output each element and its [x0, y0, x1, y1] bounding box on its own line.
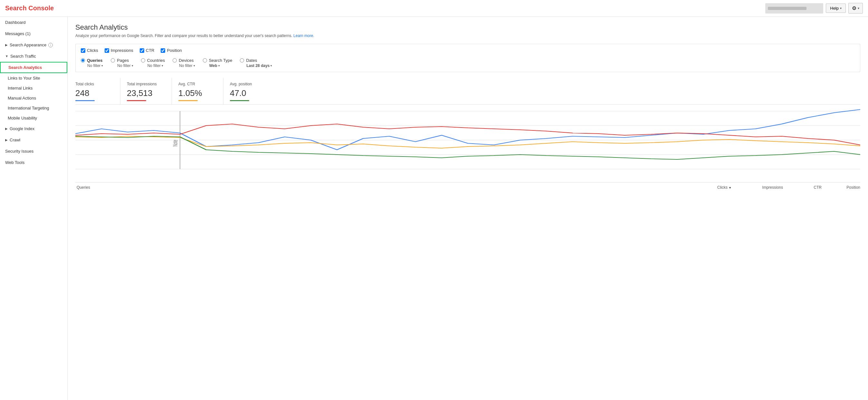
search-type-arrow: ▾ [218, 64, 220, 67]
help-label: Help [830, 6, 839, 11]
countries-filter-arrow: ▾ [162, 64, 163, 67]
settings-button[interactable]: ⚙ ▾ [848, 3, 863, 13]
avg-position-value: 47.0 [230, 88, 269, 98]
sidebar-section-google-index[interactable]: ▶ Google Index [0, 123, 67, 134]
dates-filter[interactable]: Last 28 days ▾ [240, 63, 272, 68]
radio-dates[interactable]: Dates [240, 58, 257, 63]
table-header-row: Queries Clicks ▼ Impressions CTR Positio… [75, 182, 860, 191]
radio-group-devices: Devices No filter ▾ [173, 58, 195, 68]
avg-position-underline [230, 100, 249, 101]
crawl-label: Crawl [10, 137, 20, 142]
clicks-checkbox[interactable] [81, 48, 85, 53]
sidebar-item-dashboard[interactable]: Dashboard [0, 17, 67, 28]
ctr-checkbox[interactable] [140, 48, 144, 53]
account-placeholder-bar [768, 7, 807, 10]
google-index-label: Google Index [10, 126, 34, 131]
sidebar-item-manual-actions[interactable]: Manual Actions [0, 93, 67, 103]
account-selector[interactable] [765, 3, 823, 13]
sidebar-item-links-to-site[interactable]: Links to Your Site [0, 73, 67, 83]
devices-filter[interactable]: No filter ▾ [173, 63, 195, 68]
radio-group-dates: Dates Last 28 days ▾ [240, 58, 272, 68]
sidebar-section-search-traffic[interactable]: ▼ Search Traffic [0, 51, 67, 62]
search-appearance-info-icon[interactable]: i [48, 43, 53, 47]
layout: Dashboard Messages (1) ▶ Search Appearan… [0, 17, 868, 400]
pages-radio-label: Pages [117, 58, 129, 63]
sidebar-item-internal-links[interactable]: Internal Links [0, 83, 67, 93]
sidebar-dashboard-label: Dashboard [5, 20, 26, 25]
sidebar-item-security-issues[interactable]: Security Issues [0, 146, 67, 157]
search-type-filter[interactable]: Web ▾ [203, 63, 220, 68]
devices-radio[interactable] [173, 58, 177, 62]
search-type-value: Web [209, 63, 217, 68]
total-impressions-value: 23,513 [127, 88, 165, 98]
table-header-position-label: Position [846, 185, 860, 190]
help-button[interactable]: Help ▾ [826, 4, 846, 13]
pages-filter[interactable]: No filter ▾ [111, 63, 133, 68]
stat-avg-ctr: Avg. CTR 1.05% [178, 78, 223, 104]
sidebar-messages-label: Messages (1) [5, 31, 31, 36]
pages-radio[interactable] [111, 58, 115, 62]
radio-queries[interactable]: Queries [81, 58, 102, 63]
avg-ctr-label: Avg. CTR [178, 82, 217, 86]
queries-radio[interactable] [81, 58, 85, 62]
stat-total-impressions: Total impressions 23,513 [127, 78, 172, 104]
total-clicks-underline [75, 100, 95, 101]
chart-area: Note [75, 108, 860, 180]
devices-radio-label: Devices [179, 58, 193, 63]
search-type-radio-label: Search Type [209, 58, 232, 63]
page-subtitle: Analyze your performance on Google Searc… [75, 33, 860, 38]
radio-pages[interactable]: Pages [111, 58, 129, 63]
radio-countries[interactable]: Countries [141, 58, 165, 63]
stat-total-clicks: Total clicks 248 [75, 78, 120, 104]
table-header-ctr-label: CTR [814, 185, 822, 190]
checkbox-clicks[interactable]: Clicks [81, 48, 98, 53]
position-checkbox[interactable] [161, 48, 165, 53]
topbar: Search Console Help ▾ ⚙ ▾ [0, 0, 868, 17]
radio-devices[interactable]: Devices [173, 58, 193, 63]
clicks-checkbox-label: Clicks [87, 48, 98, 53]
dates-radio[interactable] [240, 58, 244, 62]
sidebar-item-search-analytics[interactable]: Search Analytics [0, 62, 67, 73]
radio-group-search-type: Search Type Web ▾ [203, 58, 232, 68]
main-content: Search Analytics Analyze your performanc… [68, 17, 868, 400]
table-col-queries[interactable]: Queries [75, 185, 680, 190]
sidebar-section-crawl[interactable]: ▶ Crawl [0, 134, 67, 146]
impressions-checkbox[interactable] [105, 48, 109, 53]
table-col-clicks[interactable]: Clicks ▼ [680, 185, 732, 190]
gear-icon: ⚙ [852, 5, 857, 11]
search-traffic-label: Search Traffic [10, 54, 36, 59]
countries-radio[interactable] [141, 58, 145, 62]
pages-filter-arrow: ▾ [132, 64, 133, 67]
app-logo: Search Console [5, 4, 54, 12]
position-checkbox-label: Position [167, 48, 182, 53]
sidebar-item-mobile-usability[interactable]: Mobile Usability [0, 113, 67, 123]
filter-bar: Clicks Impressions CTR Position [75, 44, 860, 72]
total-clicks-value: 248 [75, 88, 114, 98]
sidebar-item-web-tools[interactable]: Web Tools [0, 157, 67, 168]
table-header-clicks-label: Clicks [717, 185, 727, 190]
help-chevron-icon: ▾ [840, 6, 842, 10]
sidebar-item-international-targeting[interactable]: International Targeting [0, 103, 67, 113]
table-col-ctr[interactable]: CTR [783, 185, 822, 190]
countries-filter[interactable]: No filter ▾ [141, 63, 163, 68]
table-col-impressions[interactable]: Impressions [732, 185, 783, 190]
svg-text:Note: Note [172, 140, 179, 147]
checkbox-impressions[interactable]: Impressions [105, 48, 133, 53]
avg-ctr-underline [178, 100, 198, 101]
search-appearance-arrow-icon: ▶ [5, 43, 8, 47]
sidebar-item-messages[interactable]: Messages (1) [0, 28, 67, 39]
dates-value: Last 28 days [246, 63, 270, 68]
learn-more-link[interactable]: Learn more. [293, 33, 314, 38]
checkbox-ctr[interactable]: CTR [140, 48, 155, 53]
search-type-radio[interactable] [203, 58, 207, 62]
radio-search-type[interactable]: Search Type [203, 58, 232, 63]
table-col-position[interactable]: Position [822, 185, 860, 190]
checkbox-position[interactable]: Position [161, 48, 182, 53]
devices-filter-arrow: ▾ [193, 64, 195, 67]
table-header-impressions-label: Impressions [762, 185, 783, 190]
dates-radio-label: Dates [246, 58, 257, 63]
radio-group-queries: Queries No filter ▾ [81, 58, 103, 68]
queries-filter[interactable]: No filter ▾ [81, 63, 103, 68]
sidebar-section-search-appearance[interactable]: ▶ Search Appearance i [0, 39, 67, 51]
stat-avg-position: Avg. position 47.0 [230, 78, 275, 104]
